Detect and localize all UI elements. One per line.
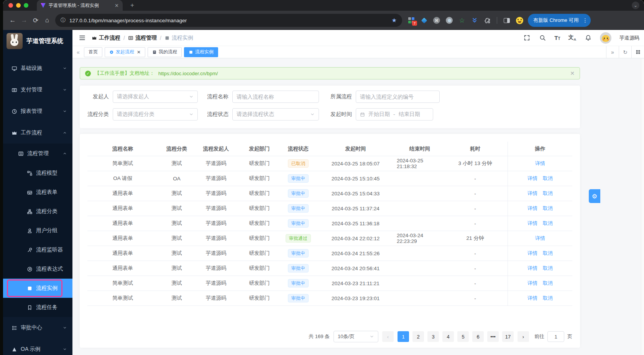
detail-link[interactable]: 详情 [527,295,537,302]
browser-menu-icon[interactable]: ⋮ [582,17,588,23]
page-number-button[interactable]: 6 [472,331,484,342]
close-tab-icon[interactable]: ✕ [115,3,119,8]
page-number-button[interactable]: 5 [457,331,469,342]
browser-tab[interactable]: 芋道管理系统 - 流程实例 ✕ [37,0,123,11]
sidebar-item-workflow[interactable]: 工作流程 [3,122,72,144]
category-select[interactable]: 请选择流程分类 [113,108,198,121]
page-tab-start-process[interactable]: 发起流程✕ [105,47,145,57]
process-def-field[interactable] [360,94,435,100]
home-icon[interactable]: ⌂ [41,15,53,26]
translate-icon[interactable]: 文A [568,34,577,41]
starter-select[interactable]: 请选择发起人 [113,91,198,103]
fullscreen-icon[interactable] [523,34,531,42]
content-scrollbar[interactable] [641,59,644,355]
page-number-button[interactable]: 17 [502,331,514,342]
sidebar-item-process-instance[interactable]: 流程实例 [3,279,72,298]
sidebar-item-infrastructure[interactable]: 基础设施 [3,58,72,79]
tabs-scroll-left-icon[interactable]: « [72,49,84,55]
breadcrumb-workflow[interactable]: 工作流程 [92,35,120,41]
sidebar-item-process-manage[interactable]: 流程管理 [3,144,72,163]
page-tab-my-process[interactable]: 我的流程 [148,47,182,57]
font-size-icon[interactable]: TT [554,35,560,41]
address-bar[interactable]: ⓘ 127.0.0.1/bpm/manager/process-instance… [55,14,402,27]
sidebar-item-payment[interactable]: 支付管理 [3,79,72,101]
sidebar-item-process-listener[interactable]: 流程监听器 [3,240,72,259]
side-panel-icon[interactable] [503,17,511,24]
sidebar-item-process-expression[interactable]: 流程表达式 [3,259,72,279]
date-range-picker[interactable]: 开始日期 - 结束日期 [356,108,433,121]
bookmark-star-icon[interactable]: ★ [392,17,397,24]
cancel-link[interactable]: 取消 [543,220,553,227]
detail-link[interactable]: 详情 [527,265,537,272]
close-window-button[interactable] [8,3,13,8]
page-number-button[interactable]: 1 [398,331,409,342]
cancel-link[interactable]: 取消 [543,280,553,287]
extensions-puzzle-icon[interactable] [483,17,491,24]
url-text[interactable]: 127.0.0.1/bpm/manager/process-instance/m… [69,18,388,23]
bell-icon[interactable] [584,34,592,42]
detail-link[interactable]: 详情 [527,280,537,287]
sidebar-item-approval-center[interactable]: 审批中心 [3,317,72,338]
sidebar-item-process-model[interactable]: 流程模型 [3,163,72,183]
user-avatar[interactable] [600,32,611,44]
cancel-link[interactable]: 取消 [543,190,553,197]
alert-close-icon[interactable]: ✕ [570,70,575,76]
extension-circle-icon[interactable] [445,17,453,24]
refresh-icon[interactable]: ⟳ [30,15,41,26]
status-select[interactable]: 请选择流程状态 [232,108,319,121]
theme-settings-button[interactable]: ⚙ [589,189,600,203]
extension-chevrons-icon[interactable] [471,17,478,24]
tab-layout-grid-icon[interactable] [631,46,644,58]
detail-link[interactable]: 详情 [527,190,537,197]
page-number-button[interactable]: 3 [427,331,439,342]
process-name-input[interactable] [232,91,319,103]
chrome-update-button[interactable]: 有新版 Chrome 可用 ⋮ [528,14,591,27]
page-number-button[interactable]: 4 [442,331,454,342]
prev-page-button[interactable]: ‹ [382,331,394,342]
site-info-icon[interactable]: ⓘ [61,17,66,24]
tabs-scroll-right-icon[interactable]: » [606,46,619,58]
cancel-link[interactable]: 取消 [543,295,553,302]
extension-kite-icon[interactable] [420,17,428,24]
new-tab-button[interactable]: + [128,1,136,10]
detail-link[interactable]: 详情 [535,235,545,242]
detail-link[interactable]: 详情 [527,220,537,227]
extension-command-icon[interactable]: ⌘ [433,17,440,24]
detail-link[interactable]: 详情 [527,205,537,212]
forward-icon[interactable]: → [18,15,30,26]
page-tab-process-instance[interactable]: 流程实例 [184,47,218,57]
minimize-window-button[interactable] [16,3,21,8]
page-size-select[interactable]: 10条/页 [334,331,378,342]
app-logo[interactable]: 芋道管理系统 [3,30,72,52]
detail-link[interactable]: 详情 [527,250,537,257]
cancel-link[interactable]: 取消 [543,265,553,272]
collapse-sidebar-icon[interactable] [78,34,86,42]
breadcrumb-process-manage[interactable]: 流程管理 [128,35,157,41]
back-icon[interactable]: ← [7,15,18,26]
cancel-link[interactable]: 取消 [543,175,553,182]
tab-refresh-icon[interactable]: ↻ [619,46,631,58]
page-tab-home[interactable]: 首页 [84,47,102,57]
cancel-link[interactable]: 取消 [543,250,553,257]
next-page-button[interactable]: › [518,331,529,342]
cancel-link[interactable]: 取消 [543,205,553,212]
detail-link[interactable]: 详情 [527,175,537,182]
page-ellipsis-button[interactable]: ••• [487,331,499,342]
close-tab-icon[interactable]: ✕ [137,50,141,55]
page-goto-input[interactable] [547,331,564,342]
sidebar-item-oa-demo[interactable]: OA 示例 [3,338,72,355]
page-number-button[interactable]: 2 [412,331,424,342]
extension-grid-icon[interactable]: 7 [407,17,415,24]
profile-emoji-icon[interactable] [516,17,523,24]
tab-search-icon[interactable]: ⌄ [632,2,639,9]
detail-link[interactable]: 详情 [535,160,545,167]
sidebar-item-report[interactable]: 报表管理 [3,101,72,122]
sidebar-item-process-task[interactable]: 流程任务 [3,298,72,317]
extension-star-icon[interactable]: ☆ [458,17,466,24]
sidebar-item-user-group[interactable]: 用户分组 [3,221,72,240]
process-name-field[interactable] [237,94,315,100]
maximize-window-button[interactable] [24,3,28,8]
search-icon[interactable] [539,34,546,42]
process-def-input[interactable] [356,91,440,103]
sidebar-item-process-form[interactable]: 流程表单 [3,183,72,202]
